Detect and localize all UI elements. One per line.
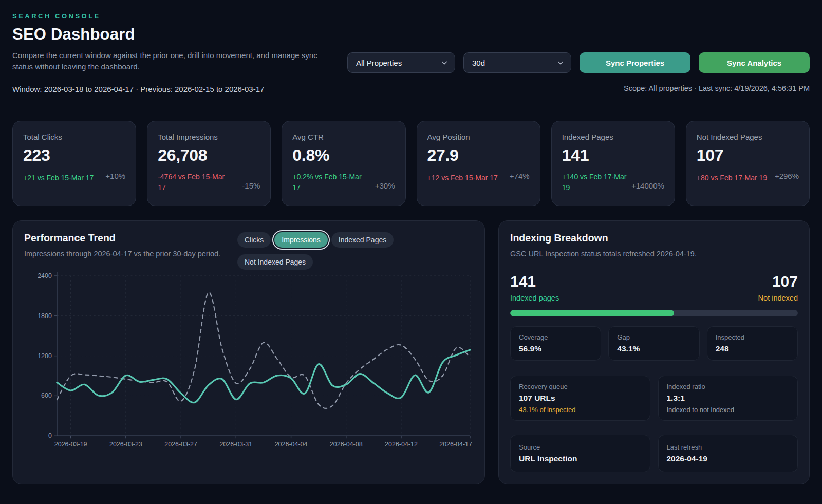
tile-label: Coverage xyxy=(519,333,592,341)
not-indexed-label: Not indexed xyxy=(758,294,798,302)
kpi-delta: +0.2% vs Feb 15-Mar 17 xyxy=(292,172,366,193)
kpi-delta: +140 vs Feb 17-Mar 19 xyxy=(562,172,631,193)
tile-label: Last refresh xyxy=(667,443,790,451)
sync-properties-button[interactable]: Sync Properties xyxy=(580,52,690,73)
breakdown-tiles-row2: Recovery queue 107 URLs 43.1% of inspect… xyxy=(510,376,798,421)
source-tile: Source URL Inspection xyxy=(510,435,650,472)
indexing-progress-fill xyxy=(510,310,674,316)
kpi-change-pct: +14000% xyxy=(631,181,664,193)
kpi-change-pct: +30% xyxy=(375,181,395,193)
main-content: Performance Trend Impressions through 20… xyxy=(12,220,810,484)
tile-value: 248 xyxy=(716,344,789,353)
page-description: Compare the current window against the p… xyxy=(12,50,321,72)
svg-text:600: 600 xyxy=(41,392,52,399)
tile-label: Source xyxy=(519,443,642,451)
trend-subtitle: Impressions through 2026-04-17 vs the pr… xyxy=(24,249,225,259)
kpi-label: Avg CTR xyxy=(292,133,395,141)
indexed-ratio-tile: Indexed ratio 1.3:1 Indexed to not index… xyxy=(658,376,798,421)
sync-analytics-button[interactable]: Sync Analytics xyxy=(699,52,810,73)
svg-text:2400: 2400 xyxy=(38,272,52,279)
svg-text:1800: 1800 xyxy=(38,312,52,319)
inspected-tile: Inspected 248 xyxy=(707,326,798,361)
property-select[interactable]: All Properties xyxy=(347,52,455,73)
kpi-row: Total Clicks 223 +21 vs Feb 15-Mar 17+10… xyxy=(12,121,810,206)
performance-trend-panel: Performance Trend Impressions through 20… xyxy=(12,220,485,484)
header-text-block: SEARCH CONSOLE SEO Dashboard Compare the… xyxy=(12,12,347,94)
indexed-pages-label: Indexed pages xyxy=(510,294,559,302)
svg-text:2026-04-12: 2026-04-12 xyxy=(385,441,418,448)
indexing-breakdown-panel: Indexing Breakdown GSC URL Inspection st… xyxy=(498,220,810,484)
kpi-delta: +21 vs Feb 15-Mar 17 xyxy=(23,173,94,183)
svg-text:2026-04-17: 2026-04-17 xyxy=(439,441,472,448)
tile-value: URL Inspection xyxy=(519,454,642,463)
kpi-label: Avg Position xyxy=(427,133,530,141)
svg-text:2026-03-31: 2026-03-31 xyxy=(219,441,252,448)
last-refresh-tile: Last refresh 2026-04-19 xyxy=(658,435,798,472)
kpi-value: 141 xyxy=(562,146,664,165)
kpi-label: Total Impressions xyxy=(158,133,260,141)
svg-text:0: 0 xyxy=(48,432,52,439)
window-range-text: Window: 2026-03-18 to 2026-04-17 · Previ… xyxy=(12,85,347,94)
gap-tile: Gap 43.1% xyxy=(608,326,699,361)
toggle-indexed-pages[interactable]: Indexed Pages xyxy=(331,232,394,248)
kpi-value: 26,708 xyxy=(158,146,260,165)
breakdown-numbers-row: 141 Indexed pages 107 Not indexed xyxy=(510,273,798,302)
scope-status-text: Scope: All properties · Last sync: 4/19/… xyxy=(347,84,810,92)
svg-text:2026-03-19: 2026-03-19 xyxy=(54,441,87,448)
indexing-progress-bar xyxy=(510,310,798,316)
toggle-not-indexed-pages[interactable]: Not Indexed Pages xyxy=(237,254,313,270)
property-select-value: All Properties xyxy=(356,59,402,67)
trend-metric-toggles: Clicks Impressions Indexed Pages Not Ind… xyxy=(237,232,415,270)
not-indexed-stat: 107 Not indexed xyxy=(758,273,798,302)
kpi-change-pct: +296% xyxy=(775,172,799,183)
kpi-card-not-indexed-pages: Not Indexed Pages 107 +80 vs Feb 17-Mar … xyxy=(686,121,810,206)
svg-text:2026-03-23: 2026-03-23 xyxy=(109,441,142,448)
breakdown-title: Indexing Breakdown xyxy=(510,232,798,244)
kpi-delta: +12 vs Feb 15-Mar 17 xyxy=(427,173,498,183)
svg-text:2026-04-04: 2026-04-04 xyxy=(275,441,308,448)
recovery-queue-tile: Recovery queue 107 URLs 43.1% of inspect… xyxy=(510,376,650,421)
kpi-delta: +80 vs Feb 17-Mar 19 xyxy=(697,173,767,183)
tile-value: 56.9% xyxy=(519,344,592,353)
kpi-delta: -4764 vs Feb 15-Mar 17 xyxy=(158,172,231,193)
indexed-pages-count: 141 xyxy=(510,273,559,290)
date-range-select-value: 30d xyxy=(472,59,485,67)
chevron-down-icon xyxy=(557,59,564,66)
tile-label: Indexed ratio xyxy=(667,383,790,390)
svg-text:1200: 1200 xyxy=(38,352,52,359)
header-controls-block: All Properties 30d Sync Properties Sync … xyxy=(347,52,810,94)
toggle-impressions[interactable]: Impressions xyxy=(274,232,327,248)
controls-row: All Properties 30d Sync Properties Sync … xyxy=(347,52,810,73)
kpi-label: Total Clicks xyxy=(23,133,125,141)
toggle-clicks[interactable]: Clicks xyxy=(237,232,271,248)
tile-subtext: Indexed to not indexed xyxy=(667,406,790,414)
date-range-select[interactable]: 30d xyxy=(463,52,571,73)
tile-value: 1.3:1 xyxy=(667,394,790,403)
kpi-value: 27.9 xyxy=(427,146,530,165)
kpi-value: 0.8% xyxy=(292,146,395,165)
tile-value: 2026-04-19 xyxy=(667,454,790,463)
kpi-change-pct: +10% xyxy=(105,172,125,183)
breakdown-subtitle: GSC URL Inspection status totals refresh… xyxy=(510,249,798,259)
tile-label: Recovery queue xyxy=(519,383,642,390)
svg-text:2026-04-08: 2026-04-08 xyxy=(330,441,363,448)
eyebrow-label: SEARCH CONSOLE xyxy=(12,12,347,20)
tile-value: 107 URLs xyxy=(519,394,642,403)
kpi-label: Not Indexed Pages xyxy=(697,133,799,141)
trend-chart: 06001200180024002026-03-192026-03-232026… xyxy=(24,267,473,459)
kpi-value: 107 xyxy=(697,146,799,165)
header: SEARCH CONSOLE SEO Dashboard Compare the… xyxy=(0,0,822,107)
breakdown-tiles-row1: Coverage 56.9% Gap 43.1% Inspected 248 xyxy=(510,326,798,361)
breakdown-tiles-row3: Source URL Inspection Last refresh 2026-… xyxy=(510,435,798,472)
coverage-tile: Coverage 56.9% xyxy=(510,326,601,361)
kpi-card-avg-position: Avg Position 27.9 +12 vs Feb 15-Mar 17+7… xyxy=(417,121,540,206)
tile-label: Inspected xyxy=(716,333,789,341)
not-indexed-count: 107 xyxy=(758,273,798,290)
kpi-card-total-clicks: Total Clicks 223 +21 vs Feb 15-Mar 17+10… xyxy=(12,121,136,206)
kpi-card-avg-ctr: Avg CTR 0.8% +0.2% vs Feb 15-Mar 17+30% xyxy=(282,121,405,206)
kpi-label: Indexed Pages xyxy=(562,133,664,141)
chevron-down-icon xyxy=(441,59,448,66)
tile-value: 43.1% xyxy=(617,344,690,353)
kpi-value: 223 xyxy=(23,146,125,165)
indexed-pages-stat: 141 Indexed pages xyxy=(510,273,559,302)
